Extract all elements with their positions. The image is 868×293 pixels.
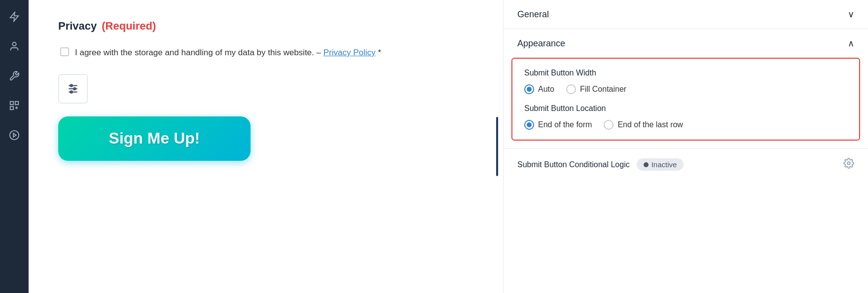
sidebar (0, 0, 29, 293)
sign-up-text: Sign Me Up! (109, 129, 200, 147)
svg-point-14 (71, 91, 72, 93)
conditional-logic-left: Submit Button Conditional Logic Inactive (517, 158, 684, 171)
svg-point-7 (10, 131, 19, 140)
wrench-icon[interactable] (5, 67, 23, 85)
lightning-icon[interactable] (5, 8, 23, 26)
general-chevron-icon: ∨ (848, 9, 854, 20)
conditional-logic-gear-icon[interactable] (843, 158, 854, 171)
settings-widget[interactable] (58, 74, 88, 104)
inactive-dot (644, 162, 649, 167)
asterisk: * (378, 48, 381, 57)
appearance-section: Appearance ∧ Submit Button Width Auto Fi (504, 29, 868, 149)
privacy-checkbox-row: I agree with the storage and handling of… (60, 46, 467, 59)
appearance-chevron-icon: ∧ (848, 38, 854, 49)
svg-rect-4 (10, 107, 13, 110)
inactive-badge: Inactive (637, 158, 684, 171)
required-label: (Required) (102, 20, 156, 33)
svg-point-15 (847, 162, 850, 165)
end-of-form-radio[interactable] (524, 120, 534, 130)
svg-rect-2 (10, 102, 13, 105)
sign-up-button[interactable]: Sign Me Up! (58, 116, 251, 161)
submit-button-location-group: Submit Button Location End of the form E… (524, 104, 847, 130)
fill-container-label: Fill Container (580, 85, 626, 94)
privacy-checkbox-text: I agree with the storage and handling of… (75, 46, 381, 59)
main-content: Privacy (Required) I agree with the stor… (29, 0, 868, 293)
submit-button-location-label: Submit Button Location (524, 104, 847, 113)
end-of-last-row-label: End of the last row (617, 120, 683, 129)
general-section-title: General (517, 9, 549, 20)
auto-label: Auto (538, 85, 554, 94)
appearance-section-header[interactable]: Appearance ∧ (504, 29, 868, 58)
fill-container-radio[interactable] (566, 84, 576, 94)
svg-point-13 (73, 87, 75, 89)
svg-point-1 (12, 42, 16, 46)
appearance-content: Submit Button Width Auto Fill Container (511, 58, 860, 141)
svg-point-12 (71, 84, 72, 86)
svg-marker-8 (13, 133, 16, 137)
submit-button-width-label: Submit Button Width (524, 69, 847, 77)
svg-marker-0 (10, 12, 19, 21)
end-of-form-option[interactable]: End of the form (524, 120, 592, 130)
submit-button-width-options: Auto Fill Container (524, 84, 847, 94)
add-block-icon[interactable] (5, 97, 23, 114)
sliders-icon (67, 82, 79, 95)
submit-button-width-group: Submit Button Width Auto Fill Container (524, 69, 847, 94)
conditional-logic-label: Submit Button Conditional Logic (517, 160, 630, 169)
general-section-header[interactable]: General ∨ (504, 0, 868, 29)
vertical-divider (496, 117, 498, 176)
conditional-logic-row: Submit Button Conditional Logic Inactive (504, 149, 868, 180)
appearance-section-title: Appearance (517, 38, 565, 49)
inactive-text: Inactive (651, 160, 677, 169)
privacy-policy-link[interactable]: Privacy Policy (324, 48, 376, 57)
user-icon[interactable] (5, 37, 23, 55)
general-section: General ∨ (504, 0, 868, 29)
form-area: Privacy (Required) I agree with the stor… (29, 0, 496, 293)
auto-radio[interactable] (524, 84, 534, 94)
privacy-title-row: Privacy (Required) (58, 20, 467, 33)
end-of-last-row-radio[interactable] (604, 120, 614, 130)
right-panel: General ∨ Appearance ∧ Submit Button Wid… (503, 0, 868, 293)
fill-container-option[interactable]: Fill Container (566, 84, 626, 94)
svg-rect-3 (15, 102, 18, 105)
end-of-form-label: End of the form (538, 120, 592, 129)
play-icon[interactable] (5, 126, 23, 144)
end-of-last-row-option[interactable]: End of the last row (604, 120, 683, 130)
privacy-label: Privacy (58, 20, 97, 33)
privacy-checkbox[interactable] (60, 47, 69, 56)
auto-option[interactable]: Auto (524, 84, 554, 94)
submit-button-location-options: End of the form End of the last row (524, 120, 847, 130)
